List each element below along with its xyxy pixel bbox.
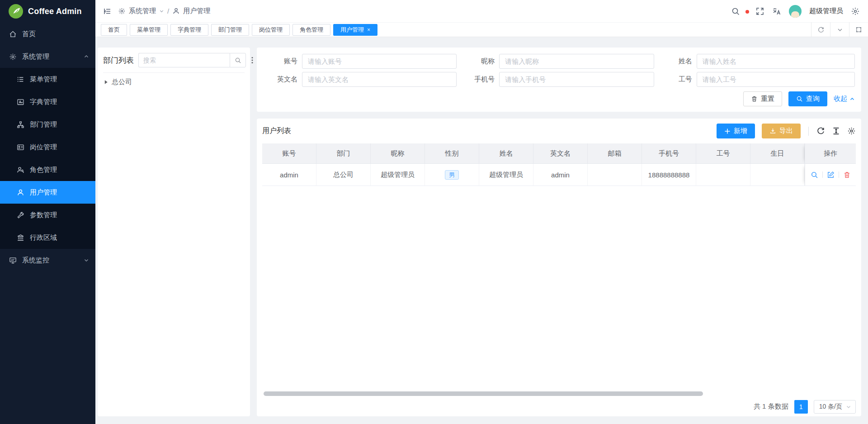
en-name-input[interactable] [302, 72, 457, 87]
tabbar-controls [811, 22, 868, 37]
caret-right-icon[interactable] [104, 80, 108, 85]
sidebar-item-label: 菜单管理 [30, 75, 57, 84]
breadcrumb: 系统管理 / 用户管理 [118, 7, 210, 15]
collapse-form-link[interactable]: 收起 [834, 95, 855, 103]
tab-label: 用户管理 [340, 26, 364, 34]
tab-label: 字典管理 [178, 26, 201, 34]
avatar[interactable] [789, 5, 802, 18]
tab-dict-mgmt[interactable]: 字典管理 [170, 24, 208, 36]
table-row[interactable]: admin 总公司 超级管理员 男 超级管理员 admin 1888888888… [262, 164, 856, 186]
translate-icon[interactable] [772, 7, 781, 16]
dept-panel-title: 部门列表 [103, 55, 134, 66]
page-button-1[interactable]: 1 [794, 400, 808, 414]
refresh-icon[interactable] [811, 22, 830, 37]
export-button[interactable]: 导出 [762, 124, 801, 138]
cell-actions [805, 164, 856, 186]
monitor-icon [9, 257, 17, 264]
name-input[interactable] [697, 54, 855, 69]
sidebar-item-menu-mgmt[interactable]: 菜单管理 [0, 68, 95, 91]
job-no-input[interactable] [697, 72, 855, 87]
sidebar-item-label: 岗位管理 [30, 143, 57, 152]
field-label: 姓名 [658, 57, 697, 66]
more-vertical-icon[interactable] [250, 56, 254, 65]
breadcrumb-group[interactable]: 系统管理 [129, 7, 156, 15]
field-label: 英文名 [263, 75, 302, 84]
refresh-icon[interactable] [816, 127, 825, 135]
username[interactable]: 超级管理员 [809, 7, 843, 15]
chevron-down-icon [846, 404, 851, 410]
phone-input[interactable] [499, 72, 654, 87]
logo[interactable]: Coffee Admin [0, 0, 95, 23]
sidebar-group-monitor[interactable]: 系统监控 [0, 249, 95, 272]
tab-role-mgmt[interactable]: 角色管理 [292, 24, 330, 36]
reset-button[interactable]: 重置 [743, 91, 782, 106]
sidebar-item-label: 行政区域 [30, 233, 57, 242]
edit-icon[interactable] [827, 171, 835, 179]
fullscreen-icon[interactable] [755, 7, 764, 16]
user-icon [172, 7, 180, 15]
close-tab-icon[interactable]: × [367, 27, 370, 33]
settings-gear-icon[interactable] [851, 7, 860, 16]
cell-birthday [750, 164, 805, 186]
query-button[interactable]: 查询 [788, 91, 827, 106]
delete-icon[interactable] [843, 171, 851, 179]
dept-search-button[interactable] [230, 53, 246, 67]
col-header-dept: 部门 [316, 143, 371, 164]
chevron-down-icon [84, 257, 89, 263]
sidebar: Coffee Admin 首页 系统管理 菜单管理 字典管理 [0, 0, 95, 424]
cell-sex: 男 [425, 164, 479, 186]
scrollbar-thumb[interactable] [264, 391, 703, 396]
sidebar-item-label: 用户管理 [30, 188, 57, 197]
sidebar-item-region-mgmt[interactable]: 行政区域 [0, 226, 95, 249]
wrench-icon [17, 211, 24, 219]
sidebar-item-param-mgmt[interactable]: 参数管理 [0, 204, 95, 226]
tab-menu-mgmt[interactable]: 菜单管理 [130, 24, 168, 36]
col-header-name: 姓名 [479, 143, 533, 164]
field-name: 姓名 [658, 54, 855, 69]
view-icon[interactable] [811, 171, 818, 179]
tab-post-mgmt[interactable]: 岗位管理 [252, 24, 290, 36]
tab-home[interactable]: 首页 [101, 24, 127, 36]
sidebar-item-dept-mgmt[interactable]: 部门管理 [0, 113, 95, 136]
pagination: 共 1 条数据 1 10 条/页 [262, 397, 856, 416]
chevron-down-icon[interactable] [830, 22, 849, 37]
collapse-sidebar-icon[interactable] [103, 7, 112, 16]
tab-user-mgmt-active[interactable]: 用户管理 × [333, 24, 377, 36]
sidebar-item-home[interactable]: 首页 [0, 23, 95, 45]
sidebar-item-label: 角色管理 [30, 166, 57, 174]
field-label: 手机号 [460, 75, 499, 84]
search-icon[interactable] [731, 7, 740, 16]
breadcrumb-current[interactable]: 用户管理 [183, 7, 210, 15]
col-header-nickname: 昵称 [371, 143, 425, 164]
tree-node-label: 总公司 [112, 78, 132, 86]
query-label: 查询 [806, 95, 820, 103]
sidebar-item-role-mgmt[interactable]: 角色管理 [0, 158, 95, 181]
add-user-button[interactable]: 新增 [717, 124, 755, 138]
nickname-input[interactable] [499, 54, 654, 69]
chevron-down-icon [159, 9, 164, 14]
col-header-birthday: 生日 [750, 143, 805, 164]
tabbar: 首页 菜单管理 字典管理 部门管理 岗位管理 角色管理 用户管理 × [95, 22, 868, 37]
sidebar-submenu: 菜单管理 字典管理 部门管理 岗位管理 角色管理 [0, 68, 95, 249]
page-size-select[interactable]: 10 条/页 [814, 400, 856, 414]
column-settings-gear-icon[interactable] [847, 127, 856, 135]
sidebar-item-post-mgmt[interactable]: 岗位管理 [0, 136, 95, 158]
sidebar-item-user-mgmt[interactable]: 用户管理 [0, 181, 95, 204]
tree-node-root[interactable]: 总公司 [104, 78, 244, 86]
field-phone: 手机号 [460, 72, 657, 87]
table-card-header: 用户列表 新增 导出 [262, 119, 856, 143]
dictionary-icon [17, 98, 24, 106]
row-height-icon[interactable] [832, 127, 840, 135]
avatar-face [791, 11, 799, 18]
sidebar-item-dict-mgmt[interactable]: 字典管理 [0, 91, 95, 113]
tab-label: 首页 [108, 26, 120, 34]
maximize-icon[interactable] [849, 22, 868, 37]
sidebar-group-system[interactable]: 系统管理 [0, 45, 95, 68]
gear-icon [118, 7, 126, 15]
search-form-card: 账号 昵称 姓名 英文名 [257, 48, 861, 112]
tab-dept-mgmt[interactable]: 部门管理 [211, 24, 249, 36]
horizontal-scrollbar [262, 391, 856, 397]
account-input[interactable] [302, 54, 457, 69]
dept-search-input[interactable] [138, 53, 230, 67]
table-title: 用户列表 [262, 126, 291, 136]
